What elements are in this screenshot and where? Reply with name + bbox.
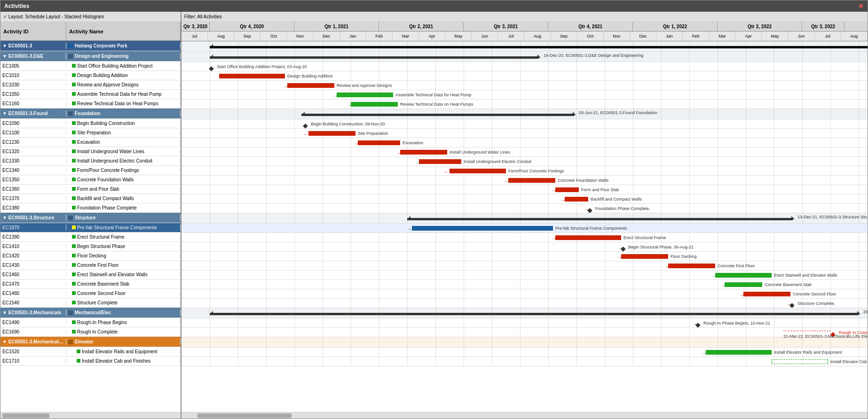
gantt-row: → Concrete Second Floor [181, 289, 868, 299]
month-cell: Nov [287, 31, 313, 41]
activity-name-header: Activity Name [66, 22, 181, 40]
gantt-row: → ◆ Rough-In Phase Begins, 10-Nov-21 [181, 318, 868, 328]
activity-bar [508, 178, 555, 183]
status-dot [77, 349, 80, 353]
list-item[interactable]: EC1520 Install Elevator Rails and Equipm… [0, 347, 181, 357]
list-item[interactable]: EC1380 Foundation Phase Complete [0, 203, 181, 213]
list-item[interactable]: EC1340 Form/Pour Concrete Footings [0, 166, 181, 175]
list-item[interactable]: EC1460 Erect Stairwell and Elevator Wall… [0, 270, 181, 279]
list-item[interactable]: EC1320 Install Underground Water Lines [0, 147, 181, 156]
gantt-section-structure: 13-Dec-21, EC00501-3.Structure Structure [181, 213, 868, 224]
qtr-cell: Qtr 2, 2022 [718, 22, 802, 31]
gantt-row: → Backfill and Compact Walls [181, 194, 868, 204]
quarter-row: Qtr 3, 2020 Qtr 4, 2020 Qtr 1, 2021 Qtr … [181, 22, 868, 31]
status-dot [72, 301, 76, 304]
month-cell: Dec [314, 31, 340, 41]
gantt-label: Site Preparation [358, 131, 388, 136]
close-button[interactable]: ✕ [858, 2, 864, 10]
found-label: 03-Jun-21, EC00501-3.Found Foundation [579, 110, 657, 115]
gantt-label: Design Building Addition [287, 74, 333, 78]
left-scrollbar[interactable] [0, 412, 181, 419]
list-item[interactable]: EC1330 Install Underground Electric Cond… [0, 156, 181, 166]
gantt-row: → Pre-fab Structural Frame Components [181, 224, 868, 233]
status-dot [72, 282, 76, 286]
list-item[interactable]: EC1870 Pre-fab Structural Frame Componen… [0, 223, 181, 233]
section-header-de[interactable]: ▼ EC00501-3.D&E Design and Engineering [0, 51, 181, 62]
summary-arrow [537, 54, 541, 58]
gantt-header: Qtr 3, 2020 Qtr 4, 2020 Qtr 1, 2021 Qtr … [181, 22, 868, 41]
main-area: ✓ Layout: Schedule Layout - Stacked Hist… [0, 12, 868, 419]
month-cell: Jul [181, 31, 208, 41]
gantt-row: ◆ Rough In Complete, 31-Mar-22, EC00501-… [181, 328, 868, 337]
gantt-row: → Concrete Basement Slab [181, 280, 868, 289]
status-dot [72, 131, 76, 134]
list-item[interactable]: EC1350 Concrete Foundation Walls [0, 175, 181, 185]
qtr-cell: Qtr 3, 2020 [181, 22, 210, 31]
gantt-label: Review Technical Data on Heat Pumps [400, 102, 473, 107]
list-item[interactable]: EC1010 Design Building Addition [0, 71, 181, 80]
list-item[interactable]: EC1160 Review Technical Data on Heat Pum… [0, 99, 181, 109]
list-item[interactable]: EC1710 Install Elevator Cab and Finishes [0, 357, 181, 366]
list-item[interactable]: EC1360 Form and Pour Slab [0, 185, 181, 194]
summary-arrow [573, 112, 576, 115]
status-dot [72, 320, 76, 324]
section-header-elevator[interactable]: ▼ EC00501-3.Mechanicals.Lifts Elevator [0, 337, 181, 347]
activity-bar [400, 150, 447, 155]
status-dot [72, 159, 76, 163]
section-header-mechanicals[interactable]: ▼ EC00501-3.Mechanicals Mechanical/Elec [0, 308, 181, 318]
gantt-label: Concrete Basement Slab [765, 282, 812, 287]
gantt-group-row: 03-Aug- [181, 41, 868, 52]
month-cell: Jul [498, 31, 524, 41]
gantt-row: → Install Underground Water Lines [181, 147, 868, 157]
filter-label: Filter: All Activities [184, 14, 222, 19]
list-item[interactable]: EC1050 Assemble Technical Data for Heat … [0, 90, 181, 99]
list-item[interactable]: EC1370 Backfill and Compact Walls [0, 194, 181, 203]
gantt-body[interactable]: 03-Aug- 16-Dec-20, EC00501-3.D&E Design … [181, 41, 868, 412]
scrollbar-thumb[interactable] [197, 413, 292, 418]
status-dot [72, 244, 76, 248]
gantt-row: → ◆ Foundation Phase Complete, [181, 204, 868, 213]
list-item[interactable]: EC1090 Begin Building Construction [0, 119, 181, 128]
activity-bar [412, 226, 553, 231]
activity-bar [337, 93, 393, 97]
gantt-label: Form/Pour Concrete Footings [508, 169, 564, 173]
month-cell: Aug [208, 31, 234, 41]
list-item[interactable]: EC1410 Begin Structural Phase [0, 242, 181, 251]
list-item[interactable]: EC1430 Concrete First Floor [0, 261, 181, 270]
list-item[interactable]: EC1470 Concrete Basement Slab [0, 279, 181, 289]
section-header-structure[interactable]: ▼ EC00501-3.Structure Structure [0, 213, 181, 223]
month-row: Jul Aug Sep Oct Nov Dec Jan Feb Mar Apr … [181, 31, 868, 41]
mech-label: 26-Jul-22, [863, 310, 868, 314]
gantt-label: Start Office Building Addition Project, … [217, 64, 307, 69]
list-item[interactable]: EC1005 Start Office Building Addition Pr… [0, 62, 181, 71]
status-dot [72, 121, 76, 125]
list-item[interactable]: EC1100 Site Preparation [0, 128, 181, 138]
section-header-foundation[interactable]: ▼ EC00501-3.Found Foundation [0, 109, 181, 119]
column-headers: Activity ID Activity Name [0, 22, 181, 41]
month-cell: Mar [393, 31, 419, 41]
gantt-row: → Form/Pour Concrete Footings [181, 166, 868, 176]
activity-bar [450, 169, 506, 173]
found-icon [68, 111, 73, 116]
status-dot [72, 263, 76, 267]
group-header-row[interactable]: ▼ EC00501-3 Haitang Corporate Park [0, 41, 181, 51]
status-dot [72, 225, 76, 229]
activity-bar-dashed [772, 359, 828, 364]
list-item[interactable]: EC1490 Rough-In Phase Begins [0, 318, 181, 327]
title-bar: Activities ✕ [0, 0, 868, 12]
list-item[interactable]: EC1420 Floor Decking [0, 251, 181, 261]
list-item[interactable]: EC1030 Review and Approve Designs [0, 80, 181, 90]
activity-list[interactable]: ▼ EC00501-3 Haitang Corporate Park ▼ EC0… [0, 41, 181, 412]
list-item[interactable]: EC1230 Excavation [0, 138, 181, 147]
scrollbar-thumb[interactable] [2, 413, 49, 418]
list-item[interactable]: EC1540 Structure Complete [0, 298, 181, 308]
summary-arrow [857, 311, 860, 314]
summary-arrow [407, 216, 410, 219]
list-item[interactable]: EC1690 Rough In Complete [0, 327, 181, 337]
activity-bar [621, 254, 668, 259]
list-item[interactable]: EC1390 Erect Structural Frame [0, 233, 181, 242]
list-item[interactable]: EC1480 Concrete Second Floor [0, 289, 181, 298]
gantt-label: Floor Decking [671, 254, 697, 259]
dependency-arrow: → [407, 226, 412, 232]
right-scrollbar[interactable] [181, 412, 868, 419]
